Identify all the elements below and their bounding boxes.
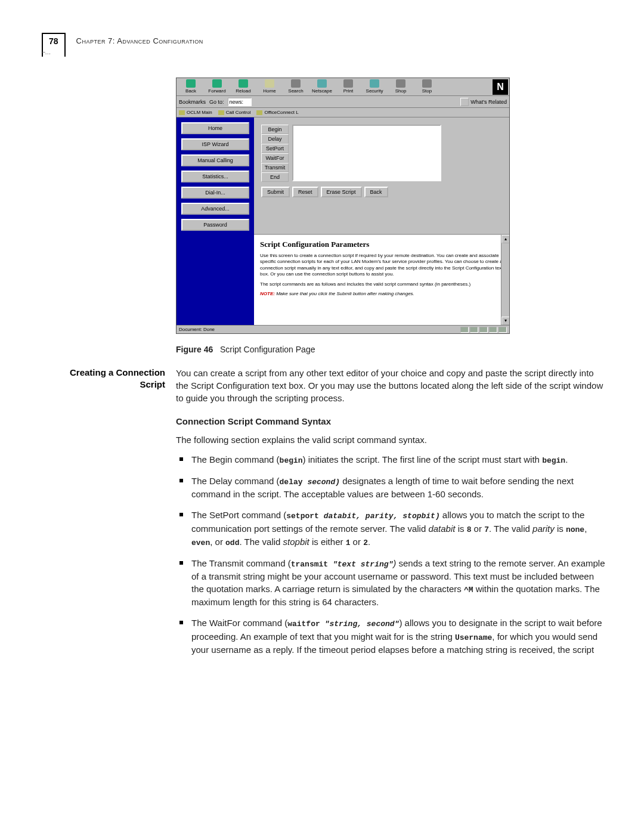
reload-button[interactable]: Reload (231, 79, 255, 95)
stop-icon (422, 79, 432, 88)
stop-button[interactable]: Stop (415, 79, 439, 95)
bullet-transmit: The Transmit command (transmit "text str… (176, 557, 608, 608)
cmd-setport[interactable]: SetPort (261, 144, 289, 153)
sidebar-advanced[interactable]: Advanced... (181, 203, 249, 215)
home-icon (265, 79, 274, 88)
cmd-delay[interactable]: Delay (261, 134, 289, 144)
bullet-begin: The Begin command (begin) initiates the … (176, 453, 608, 466)
bookmark-officeconnect[interactable]: OfficeConnect L (256, 110, 298, 115)
print-button[interactable]: Print (336, 79, 360, 95)
submit-button[interactable]: Submit (261, 187, 290, 197)
help-p1: Use this screen to create a connection s… (260, 253, 503, 278)
bookmarks-menu[interactable]: Bookmarks (179, 99, 206, 105)
back-button[interactable]: Back (364, 187, 388, 197)
decorative-dots: ···… (42, 49, 50, 55)
sidebar-statistics[interactable]: Statistics... (181, 171, 249, 182)
netscape-logo: N (493, 79, 508, 95)
sidebar-password[interactable]: Password (181, 219, 249, 231)
sidebar-manual-calling[interactable]: Manual Calling (181, 154, 249, 166)
status-icon (499, 327, 507, 333)
bullet-waitfor: The WaitFor command (waitfor "string, se… (176, 617, 608, 655)
lead-paragraph: The following section explains the valid… (176, 433, 608, 446)
sidebar-dialin[interactable]: Dial-In... (181, 187, 249, 199)
security-button[interactable]: Security (363, 79, 386, 95)
scroll-down-icon[interactable]: ▾ (501, 317, 509, 325)
back-button[interactable]: Back (179, 79, 203, 95)
security-icon (370, 79, 379, 88)
dropdown-icon[interactable] (460, 98, 469, 106)
search-icon (291, 79, 301, 88)
help-p2: The script commands are as follows and i… (260, 281, 503, 287)
scroll-up-icon[interactable]: ▴ (501, 235, 509, 243)
sidebar-home[interactable]: Home (181, 122, 249, 134)
bookmark-callcontrol[interactable]: Call Control (218, 110, 251, 115)
status-icon (470, 327, 478, 333)
cmd-end[interactable]: End (261, 172, 289, 182)
help-scrollbar[interactable]: ▴ ▾ (501, 235, 509, 325)
chapter-title: Chapter 7: Advanced Configuration (66, 33, 203, 45)
whats-related[interactable]: What's Related (460, 98, 507, 106)
script-command-buttons: Begin Delay SetPort WaitFor Transmit End (261, 125, 289, 182)
cmd-begin[interactable]: Begin (261, 125, 289, 134)
figure-caption: Figure 46 Script Configuration Page (176, 345, 315, 354)
status-text: Document: Done (179, 327, 215, 332)
section-heading: Creating a Connection Script (54, 367, 176, 664)
back-icon (186, 79, 196, 88)
sidebar-isp-wizard[interactable]: ISP Wizard (181, 138, 249, 150)
browser-toolbar: Back Forward Reload Home Search Netscape… (177, 78, 509, 96)
cmd-waitfor[interactable]: WaitFor (261, 153, 289, 163)
browser-window: Back Forward Reload Home Search Netscape… (176, 78, 510, 334)
help-title: Script Configuration Parameters (260, 240, 503, 249)
status-icon (489, 327, 497, 333)
help-note-label: NOTE: (260, 291, 275, 296)
home-button[interactable]: Home (258, 79, 281, 95)
help-pane: Script Configuration Parameters Use this… (254, 234, 509, 325)
netscape-icon (317, 79, 327, 88)
forward-button[interactable]: Forward (205, 79, 229, 95)
subsection-heading: Connection Script Command Syntax (176, 415, 608, 428)
main-area: Begin Delay SetPort WaitFor Transmit End… (254, 117, 509, 325)
search-button[interactable]: Search (284, 79, 308, 95)
reset-button[interactable]: Reset (292, 187, 318, 197)
status-bar: Document: Done (177, 325, 509, 333)
reload-icon (239, 79, 248, 88)
bookmark-oclm[interactable]: OCLM Main (179, 110, 212, 115)
shop-icon (396, 79, 405, 88)
bookmark-bar: OCLM Main Call Control OfficeConnect L (177, 108, 509, 117)
bullet-setport: The SetPort command (setport databit, pa… (176, 509, 608, 549)
print-icon (343, 79, 353, 88)
status-icon (479, 327, 488, 333)
shop-button[interactable]: Shop (389, 79, 413, 95)
erase-script-button[interactable]: Erase Script (321, 187, 362, 197)
help-note-body: Make sure that you click the Submit butt… (276, 291, 414, 296)
sidebar: Home ISP Wizard Manual Calling Statistic… (177, 117, 254, 325)
status-icon (460, 327, 469, 333)
intro-paragraph: You can create a script from any other t… (176, 367, 608, 404)
goto-label: Go to: (209, 99, 224, 105)
cmd-transmit[interactable]: Transmit (261, 163, 289, 172)
netscape-button[interactable]: Netscape (310, 79, 334, 95)
address-bar: Bookmarks Go to: What's Related (177, 96, 509, 108)
script-textarea[interactable] (292, 125, 441, 181)
goto-input[interactable] (228, 98, 252, 106)
bullet-delay: The Delay command (delay second) designa… (176, 475, 608, 500)
forward-icon (212, 79, 222, 88)
